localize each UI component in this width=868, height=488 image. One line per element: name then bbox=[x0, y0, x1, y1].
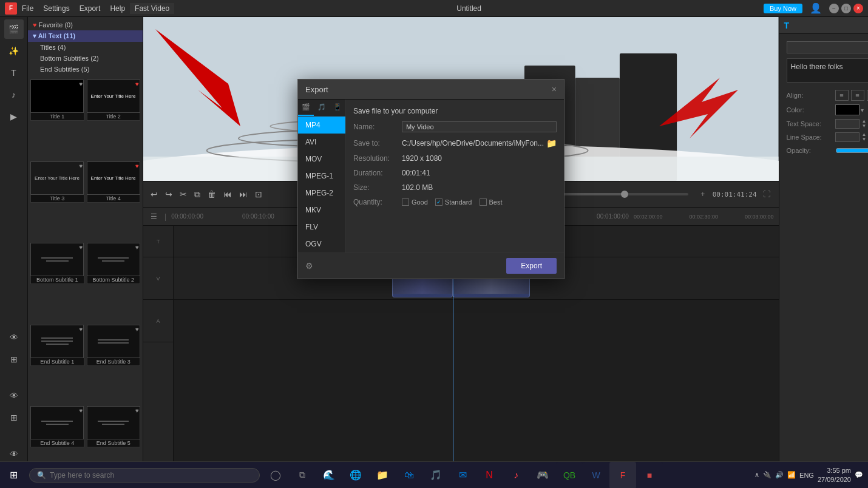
format-avi[interactable]: AVI bbox=[298, 134, 345, 151]
thumb-title4[interactable]: Enter Your Title Here Title 4 ♥ bbox=[87, 161, 141, 241]
zoom-in-btn[interactable]: + bbox=[696, 187, 710, 202]
taskbar-filme[interactable]: F bbox=[609, 462, 636, 489]
quality-standard[interactable]: ✓ Standard bbox=[435, 198, 472, 206]
tool-text[interactable]: T bbox=[4, 63, 24, 83]
thumb-esub1[interactable]: End Subtitle 1 ♥ bbox=[30, 325, 84, 404]
menu-export[interactable]: Export bbox=[80, 4, 101, 13]
format-mp4[interactable]: MP4 bbox=[298, 117, 345, 134]
taskbar-store[interactable]: 🛍 bbox=[396, 462, 422, 489]
export-close-button[interactable]: × bbox=[552, 84, 557, 94]
tray-volume[interactable]: 🔊 bbox=[775, 471, 784, 479]
format-mov[interactable]: MOV bbox=[298, 151, 345, 168]
maximize-button[interactable]: □ bbox=[841, 4, 851, 13]
format-ogv[interactable]: OGV bbox=[298, 236, 345, 252]
taskbar-cortana[interactable]: ◯ bbox=[262, 462, 289, 489]
thumb-esub3[interactable]: End Subtitle 3 ♥ bbox=[87, 325, 141, 404]
taskbar-chrome[interactable]: 🌐 bbox=[342, 462, 369, 489]
thumb-heart-bsub2[interactable]: ♥ bbox=[135, 244, 139, 251]
thumb-title3[interactable]: Enter Your Title Here Title 3 ♥ bbox=[30, 161, 84, 241]
color-dropdown-btn[interactable]: ▾ bbox=[861, 107, 864, 114]
quality-best[interactable]: Best bbox=[480, 198, 503, 206]
fullscreen-btn[interactable]: ⛶ bbox=[759, 187, 774, 202]
format-tab-video[interactable]: 🎬 bbox=[298, 100, 314, 116]
taskbar-qb[interactable]: QB bbox=[556, 462, 583, 489]
tool-media[interactable]: 🎬 bbox=[4, 19, 24, 39]
tree-all-text[interactable]: ▾ All Text (11) bbox=[28, 30, 143, 42]
taskbar-mail[interactable]: ✉ bbox=[449, 462, 476, 489]
thumb-heart-esub1[interactable]: ♥ bbox=[80, 326, 83, 333]
font-name-input[interactable]: Franklin Gothic Demi Cond bbox=[787, 41, 868, 53]
format-mkv[interactable]: MKV bbox=[298, 202, 345, 219]
tray-chevron[interactable]: ∧ bbox=[754, 471, 759, 479]
align-center-btn[interactable]: ≡ bbox=[851, 90, 864, 101]
tool-transitions[interactable]: ▶ bbox=[4, 107, 24, 126]
thumb-heart-title3[interactable]: ♥ bbox=[80, 163, 83, 169]
taskbar-edge[interactable]: 🌊 bbox=[316, 462, 342, 489]
quality-good[interactable]: Good bbox=[402, 198, 428, 206]
redo-btn[interactable]: ↪ bbox=[163, 188, 175, 200]
taskbar-rocketbar[interactable]: ■ bbox=[636, 462, 663, 489]
export-button[interactable]: Export bbox=[506, 258, 557, 274]
folder-browse-btn[interactable]: 📁 bbox=[546, 138, 557, 148]
tree-bottom-subtitles[interactable]: Bottom Subtitles (2) bbox=[28, 53, 143, 64]
system-clock[interactable]: 3:55 pm 27/09/2020 bbox=[818, 466, 851, 484]
tool-layers1[interactable]: 👁 bbox=[4, 328, 24, 347]
buy-now-button[interactable]: Buy Now bbox=[764, 4, 802, 13]
text-space-input[interactable]: 0 bbox=[835, 119, 860, 129]
prev-frame-btn[interactable]: ⏮ bbox=[221, 188, 234, 200]
thumb-heart-esub3[interactable]: ♥ bbox=[135, 326, 139, 333]
thumb-bsub2[interactable]: Bottom Subtitle 2 ♥ bbox=[87, 243, 141, 322]
name-input[interactable] bbox=[402, 121, 557, 132]
menu-help[interactable]: Help bbox=[110, 4, 125, 13]
format-flv[interactable]: FLV bbox=[298, 219, 345, 236]
taskbar-music[interactable]: ♪ bbox=[503, 462, 529, 489]
thumb-heart-title2[interactable]: ♥ bbox=[135, 81, 139, 87]
format-tab-audio[interactable]: 🎵 bbox=[314, 100, 330, 116]
color-swatch[interactable] bbox=[835, 104, 860, 115]
undo-btn[interactable]: ↩ bbox=[148, 188, 160, 200]
tree-favorite[interactable]: ♥ Favorite (0) bbox=[28, 19, 143, 30]
next-frame-btn[interactable]: ⏭ bbox=[237, 188, 250, 200]
thumb-heart-title1[interactable]: ♥ bbox=[80, 81, 83, 87]
tool-vis1[interactable]: 👁 bbox=[4, 386, 24, 405]
thumb-bsub1[interactable]: Bottom Subtitle 1 ♥ bbox=[30, 243, 84, 322]
tray-network[interactable]: 🔌 bbox=[763, 471, 771, 479]
tree-end-subtitles[interactable]: End Subtitles (5) bbox=[28, 64, 143, 75]
taskbar-spotify[interactable]: 🎵 bbox=[422, 462, 449, 489]
user-icon[interactable]: 👤 bbox=[810, 2, 822, 14]
copy-btn[interactable]: ⧉ bbox=[192, 188, 203, 201]
taskbar-explorer[interactable]: 📁 bbox=[369, 462, 396, 489]
tray-notifications[interactable]: 💬 bbox=[855, 471, 863, 479]
line-space-down[interactable]: ▼ bbox=[862, 137, 867, 142]
taskbar-taskview[interactable]: ⧉ bbox=[289, 462, 316, 489]
tray-wifi[interactable]: 📶 bbox=[787, 471, 796, 479]
text-space-down[interactable]: ▼ bbox=[862, 124, 867, 129]
menu-file[interactable]: File bbox=[22, 4, 33, 13]
align-left-btn[interactable]: ≡ bbox=[835, 90, 849, 101]
tray-lang[interactable]: ENG bbox=[799, 472, 814, 479]
thumb-heart-esub4[interactable]: ♥ bbox=[80, 407, 83, 414]
export-gear-button[interactable]: ⚙ bbox=[305, 261, 313, 271]
close-button[interactable]: × bbox=[853, 4, 863, 13]
split-btn[interactable]: ✂ bbox=[177, 188, 189, 200]
thumb-title2[interactable]: Enter Your Title Here Title 2 ♥ bbox=[87, 80, 141, 159]
start-button[interactable]: ⊞ bbox=[0, 462, 27, 489]
line-space-input[interactable]: 0 bbox=[835, 132, 860, 142]
search-input[interactable] bbox=[50, 471, 252, 480]
taskbar-steam[interactable]: 🎮 bbox=[529, 462, 556, 489]
opacity-slider[interactable] bbox=[835, 146, 868, 155]
tool-layers2[interactable]: ⊞ bbox=[4, 350, 24, 369]
tl-add-track[interactable]: ☰ bbox=[148, 211, 160, 222]
thumb-heart-bsub1[interactable]: ♥ bbox=[80, 244, 83, 251]
delete-btn[interactable]: 🗑 bbox=[205, 188, 219, 200]
format-mpeg2[interactable]: MPEG-2 bbox=[298, 185, 345, 202]
tree-titles[interactable]: Titles (4) bbox=[28, 42, 143, 53]
thumb-title1[interactable]: Title 1 ♥ bbox=[30, 80, 84, 159]
tool-effects[interactable]: ✨ bbox=[4, 41, 24, 61]
format-tab-device[interactable]: 📱 bbox=[330, 100, 345, 116]
taskbar-netflix[interactable]: N bbox=[476, 462, 503, 489]
tool-music[interactable]: ♪ bbox=[4, 85, 24, 104]
format-mpeg1[interactable]: MPEG-1 bbox=[298, 168, 345, 185]
crop-btn[interactable]: ⊡ bbox=[253, 188, 265, 200]
thumb-heart-esub5[interactable]: ♥ bbox=[135, 407, 139, 414]
